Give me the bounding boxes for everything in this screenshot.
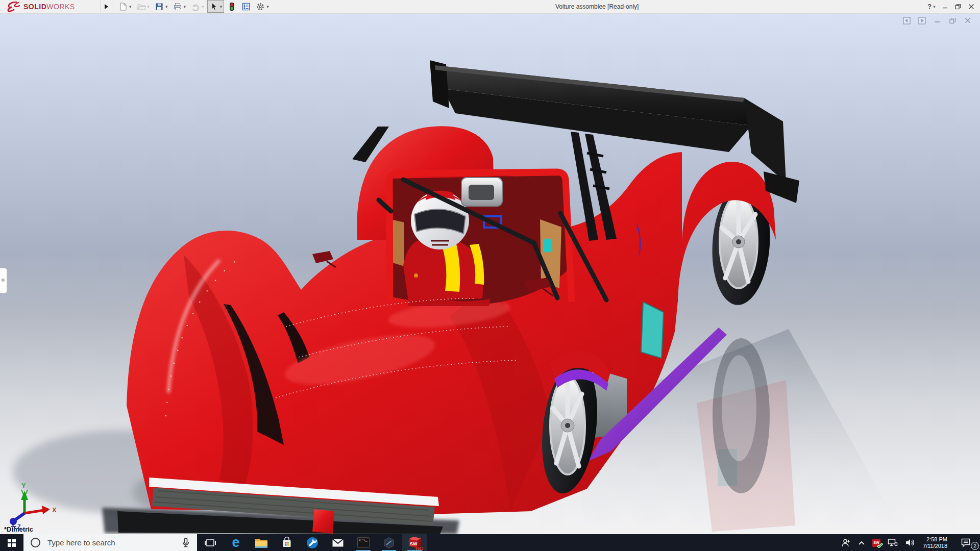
doc-minimize-icon — [934, 17, 940, 23]
people-icon — [841, 538, 851, 547]
doc-restore-icon — [949, 17, 956, 24]
clock-date: 7/11/2018 — [923, 543, 947, 549]
pane-right-icon — [918, 17, 926, 24]
store-button[interactable] — [275, 534, 299, 551]
window-title: Voiture assomblee [Read-only] — [555, 3, 639, 10]
doc-restore-button[interactable] — [948, 16, 957, 24]
doc-close-icon — [965, 17, 971, 23]
minimize-icon — [942, 4, 948, 9]
feature-panel-tab[interactable] — [0, 268, 7, 293]
mail-button[interactable] — [326, 534, 350, 551]
hexagon-app-icon — [383, 537, 395, 549]
save-icon — [155, 2, 164, 11]
volume-button[interactable] — [901, 534, 919, 551]
solidworks-app-icon: SW 2017 — [406, 535, 423, 550]
window-controls: ? ▾ — [925, 0, 978, 13]
windows-logo-icon — [8, 539, 16, 547]
undo-icon — [191, 2, 200, 11]
orientation-triad: Y X Z — [6, 482, 57, 529]
dropdown-caret[interactable]: ▾ — [129, 4, 132, 9]
cockpit — [379, 172, 606, 306]
pane-previous-button[interactable] — [902, 16, 911, 24]
brand-text: SOLIDWORKS — [23, 3, 75, 11]
options-button[interactable]: ▾ — [254, 0, 271, 13]
brand-bold: SOLID — [23, 3, 46, 11]
file-properties-button[interactable] — [239, 0, 253, 13]
help-caret: ▾ — [933, 4, 936, 9]
file-explorer-button[interactable] — [249, 534, 274, 551]
triad-x-label: X — [52, 506, 57, 514]
triad-y-label: Y — [21, 482, 26, 489]
system-tray: SW 2:58 PM 7/11/2018 — [837, 534, 980, 551]
open-icon — [137, 2, 146, 11]
panel-tab-dot — [2, 279, 5, 282]
help-button[interactable]: ? ▾ — [925, 0, 938, 13]
edge-button[interactable]: e — [224, 534, 248, 551]
print-button[interactable]: ▾ — [171, 0, 188, 13]
edge-icon: e — [232, 536, 239, 549]
dropdown-caret[interactable]: ▾ — [165, 4, 168, 9]
doc-minimize-button[interactable] — [933, 16, 941, 24]
open-button[interactable]: ▾ — [135, 0, 152, 13]
hidden-icons-button[interactable] — [854, 534, 869, 551]
side-window — [641, 302, 664, 358]
solidworks-tray-button[interactable]: SW — [869, 534, 884, 551]
new-document-button[interactable]: ▾ — [116, 0, 134, 13]
solidworks-logo[interactable]: SOLIDWORKS — [6, 1, 75, 12]
wing-struts — [571, 132, 617, 241]
network-icon — [888, 538, 898, 547]
brand-light: WORKS — [46, 3, 75, 11]
microphone-icon[interactable] — [180, 537, 192, 549]
save-button[interactable]: ▾ — [153, 0, 170, 13]
network-button[interactable] — [884, 534, 901, 551]
clock-time: 2:58 PM — [923, 536, 947, 543]
doc-close-button[interactable] — [964, 16, 972, 24]
settings-tool-button[interactable] — [300, 534, 325, 551]
dropdown-caret[interactable]: ▾ — [220, 4, 223, 9]
select-button[interactable]: ▾ — [207, 0, 225, 13]
rear-wheel-reflection — [713, 338, 770, 493]
quick-toolbar: ▾ ▾ ▾ ▾ ▾ — [116, 0, 272, 13]
document-window-controls — [902, 16, 972, 24]
close-button[interactable] — [965, 0, 978, 13]
solidworks-mark-icon — [6, 2, 21, 12]
start-button[interactable] — [0, 534, 23, 551]
new-document-icon — [118, 2, 128, 11]
rebuild-button[interactable] — [225, 0, 238, 13]
pane-next-button[interactable] — [918, 16, 926, 24]
restore-icon — [955, 4, 961, 10]
dropdown-caret[interactable]: ▾ — [266, 4, 269, 9]
store-icon — [281, 537, 293, 549]
restore-button[interactable] — [951, 0, 965, 13]
search-input[interactable] — [46, 538, 175, 547]
action-center-button[interactable]: 2 — [951, 534, 980, 551]
menu-expand-button[interactable] — [100, 0, 112, 13]
graphics-area[interactable] — [0, 13, 980, 534]
title-bar: SOLIDWORKS ▾ ▾ ▾ — [0, 0, 980, 14]
action-center-icon — [961, 538, 971, 547]
dropdown-caret[interactable]: ▾ — [148, 4, 150, 9]
dropdown-caret[interactable]: ▾ — [184, 4, 186, 9]
cortana-icon — [31, 538, 40, 547]
task-view-button[interactable] — [198, 534, 223, 551]
command-prompt-button[interactable]: C:\_ — [351, 534, 376, 551]
solidworks-taskbar-button[interactable]: SW 2017 — [402, 534, 427, 551]
taskbar-search[interactable] — [23, 534, 197, 551]
file-properties-icon — [241, 2, 251, 11]
undo-button[interactable]: ▾ — [189, 0, 206, 13]
hexagon-app-button[interactable] — [377, 534, 401, 551]
taskbar-clock[interactable]: 2:58 PM 7/11/2018 — [919, 536, 951, 549]
task-view-icon — [204, 537, 216, 549]
view-orientation-label: *Dimetric — [4, 525, 33, 533]
help-label: ? — [927, 3, 932, 10]
people-button[interactable] — [837, 534, 854, 551]
close-icon — [968, 4, 974, 10]
select-cursor-icon — [209, 2, 218, 11]
minimize-button[interactable] — [938, 0, 951, 13]
mail-icon — [332, 538, 344, 548]
dropdown-caret[interactable]: ▾ — [202, 4, 204, 9]
pane-left-icon — [903, 17, 911, 24]
file-explorer-icon — [255, 537, 268, 548]
print-icon — [173, 2, 182, 11]
wrench-tool-icon — [306, 537, 318, 549]
